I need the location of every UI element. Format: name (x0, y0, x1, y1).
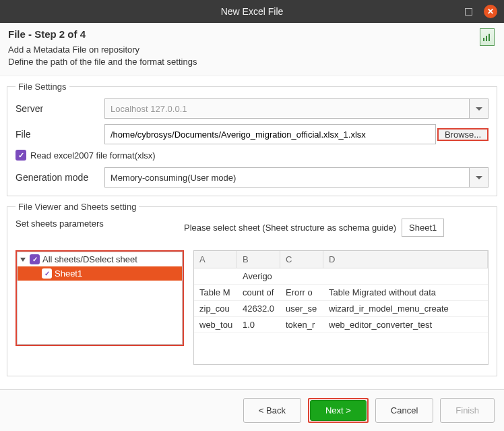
col-header-c[interactable]: C (280, 251, 323, 268)
col-header-b[interactable]: B (237, 251, 280, 268)
cell: 1.0 (237, 317, 280, 333)
file-viewer-group: File Viewer and Sheets setting Set sheet… (7, 202, 497, 376)
svg-rect-2 (489, 34, 490, 41)
select-sheet-label: Please select sheet (Sheet structure as … (184, 223, 396, 233)
cell: Averigo (237, 268, 280, 284)
step-title: File - Step 2 of 4 (8, 28, 496, 40)
server-value: Localhost 127.0.0.1 (111, 104, 187, 114)
preview-grid: A B C D AverigoTable Mcount ofErorr oTab… (193, 250, 489, 365)
svg-rect-1 (486, 36, 487, 41)
wizard-footer: < Back Next > Cancel Finish (0, 389, 504, 431)
finish-button: Finish (440, 398, 495, 423)
gen-mode-caret[interactable] (470, 167, 489, 188)
sheet-dropdown[interactable]: Sheet1 (402, 219, 444, 237)
maximize-button[interactable] (462, 5, 474, 18)
selected-sheet: Sheet1 (409, 223, 437, 233)
cell (194, 268, 237, 284)
table-row[interactable]: Averigo (194, 268, 488, 285)
server-dropdown-caret[interactable] (470, 98, 489, 119)
tree-child-label: Sheet1 (55, 268, 82, 279)
tree-expand-icon[interactable] (20, 258, 26, 262)
cell (323, 268, 488, 284)
window-controls: ✕ (462, 5, 497, 18)
grid-header: A B C D (194, 251, 488, 268)
excel-file-icon (480, 28, 495, 46)
svg-rect-0 (483, 38, 484, 41)
file-viewer-legend: File Viewer and Sheets setting (15, 202, 139, 212)
cell: 42632.0 (237, 301, 280, 316)
cell: zip_cou (194, 301, 237, 316)
wizard-header: File - Step 2 of 4 Add a Metadata File o… (0, 23, 504, 76)
tree-root-label: All sheets/DSelect sheet (42, 254, 137, 264)
cell: wizard_ir_model_menu_create (323, 301, 488, 316)
sheets-tree: ✓ All sheets/DSelect sheet ✓ Sheet1 (17, 252, 183, 345)
file-settings-group: File Settings Server Localhost 127.0.0.1… (7, 82, 497, 196)
tree-root-checkbox[interactable]: ✓ (30, 254, 40, 264)
next-button[interactable]: Next > (310, 400, 367, 421)
gen-mode-value: Memory-consuming(User mode) (111, 173, 236, 183)
read-xlsx-checkbox[interactable]: ✓ (15, 150, 26, 161)
table-row[interactable]: web_tou1.0token_rweb_editor_converter_te… (194, 317, 488, 333)
sheets-tree-highlight: ✓ All sheets/DSelect sheet ✓ Sheet1 (15, 250, 184, 346)
cell: token_r (280, 317, 323, 333)
file-path-input[interactable] (104, 124, 436, 144)
gen-mode-label: Generation mode (15, 172, 104, 183)
tree-item-sheet1[interactable]: ✓ Sheet1 (18, 266, 182, 281)
cell: Erorr o (280, 285, 323, 300)
cell: user_se (280, 301, 323, 316)
tree-child-checkbox[interactable]: ✓ (42, 268, 52, 279)
cell (280, 268, 323, 284)
grid-body: AverigoTable Mcount ofErorr oTable Migra… (194, 268, 488, 333)
col-header-d[interactable]: D (323, 251, 488, 268)
cancel-button[interactable]: Cancel (375, 398, 433, 423)
titlebar: New Excel File ✕ (0, 0, 504, 23)
cell: count of (237, 285, 280, 300)
back-button[interactable]: < Back (243, 398, 301, 423)
header-desc-1: Add a Metadata File on repository (8, 44, 496, 56)
tree-root[interactable]: ✓ All sheets/DSelect sheet (18, 252, 182, 266)
gen-mode-dropdown[interactable]: Memory-consuming(User mode) (104, 167, 470, 188)
table-row[interactable]: Table Mcount ofErorr oTable Migrated wit… (194, 285, 488, 301)
window-title: New Excel File (221, 6, 284, 17)
cell: Table M (194, 285, 237, 300)
cell: Table Migrated without data (323, 285, 488, 300)
file-settings-legend: File Settings (15, 82, 69, 92)
file-label: File (15, 129, 104, 140)
params-label: Set sheets parameters (15, 219, 184, 229)
server-label: Server (15, 103, 104, 114)
server-dropdown[interactable]: Localhost 127.0.0.1 (104, 98, 470, 119)
cell: web_tou (194, 317, 237, 333)
table-row[interactable]: zip_cou42632.0user_sewizard_ir_model_men… (194, 301, 488, 317)
cell: web_editor_converter_test (323, 317, 488, 333)
read-xlsx-label: Read excel2007 file format(xlsx) (30, 150, 156, 161)
browse-button[interactable]: Browse... (437, 128, 489, 141)
col-header-a[interactable]: A (194, 251, 237, 268)
close-button[interactable]: ✕ (484, 5, 497, 18)
next-highlight: Next > (308, 398, 369, 423)
header-desc-2: Define the path of the file and the form… (8, 56, 496, 68)
